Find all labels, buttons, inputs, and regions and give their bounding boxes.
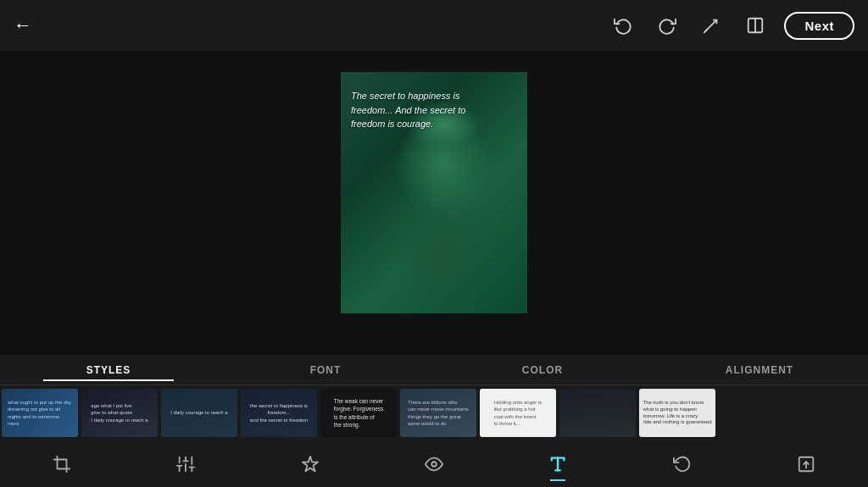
top-bar: ← — [0, 0, 868, 51]
bottom-toolbar — [0, 440, 868, 487]
style-thumb-3[interactable]: the secret to happiness is freedom...and… — [241, 389, 317, 437]
top-bar-left: ← — [14, 14, 32, 36]
undo-button[interactable] — [608, 10, 638, 41]
tab-alignment[interactable]: ALIGNMENT — [651, 359, 868, 381]
undo-icon — [614, 16, 632, 35]
tab-font[interactable]: FONT — [217, 359, 434, 381]
style-thumb-0[interactable]: what ought to put up the sky dreaming no… — [2, 389, 78, 437]
mask-tool-button[interactable] — [415, 445, 453, 483]
wand-icon — [702, 16, 721, 35]
style-thumb-8[interactable]: The truth is you don't knowwhat is going… — [639, 389, 715, 437]
tab-styles[interactable]: STYLES — [0, 359, 217, 381]
style-thumb-7[interactable] — [559, 389, 636, 437]
revert-tool-button[interactable] — [664, 445, 701, 483]
export-tool-button[interactable] — [787, 445, 825, 483]
compare-icon — [746, 16, 765, 35]
canvas-image: The secret to happiness is freedom... An… — [341, 72, 527, 313]
style-thumb-4[interactable]: The weak can neverforgive. Forgivenessis… — [320, 389, 397, 437]
top-bar-right: Next — [608, 10, 854, 41]
tab-color[interactable]: COLOR — [434, 359, 651, 381]
crop-icon — [53, 455, 71, 473]
canvas-quote-text: The secret to happiness is freedom... An… — [351, 89, 493, 131]
style-thumb-5[interactable]: There are billions whocan never move mou… — [400, 389, 476, 437]
heal-tool-button[interactable] — [292, 445, 329, 483]
main-canvas-area: The secret to happiness is freedom... An… — [0, 51, 868, 335]
next-button[interactable]: Next — [784, 12, 854, 40]
thumbnail-strip: what ought to put up the sky dreaming no… — [0, 385, 868, 440]
compare-button[interactable] — [740, 10, 771, 41]
svg-line-1 — [704, 30, 708, 33]
canvas-container: The secret to happiness is freedom... An… — [341, 72, 527, 313]
style-thumb-1[interactable]: age what I put livegive to what quoteI d… — [81, 389, 158, 437]
back-button[interactable]: ← — [14, 14, 32, 36]
eye-icon — [425, 455, 443, 473]
revert-icon — [673, 455, 692, 473]
sliders-icon — [176, 455, 195, 473]
heal-icon — [301, 455, 320, 473]
text-icon — [548, 455, 567, 473]
svg-point-13 — [431, 462, 437, 467]
redo-icon — [658, 16, 676, 35]
style-thumb-6[interactable]: Holding onto anger islike grabbing a hot… — [480, 389, 556, 437]
adjust-tool-button[interactable] — [167, 445, 204, 483]
style-thumb-2[interactable]: I daily courage to reach a — [161, 389, 237, 437]
crop-tool-button[interactable] — [43, 445, 81, 483]
redo-button[interactable] — [652, 10, 682, 41]
edit-button[interactable] — [696, 10, 726, 41]
text-tool-button[interactable] — [539, 445, 576, 483]
style-tabs: STYLES FONT COLOR ALIGNMENT — [0, 355, 868, 385]
export-icon — [797, 455, 815, 473]
